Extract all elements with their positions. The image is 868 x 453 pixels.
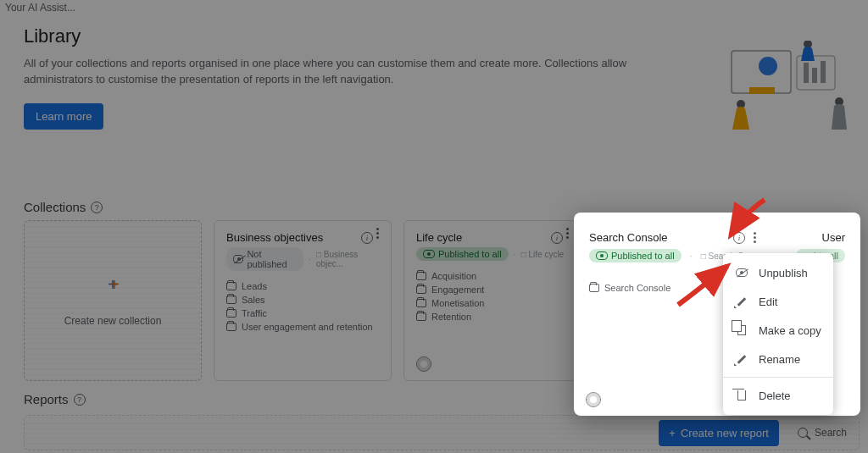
card-tag: □ Business objec... (316, 250, 379, 268)
user-column-label: User (822, 231, 845, 244)
menu-item-rename[interactable]: Rename (723, 345, 833, 373)
collection-card-business-objectives[interactable]: Business objectives i Not published · □ … (214, 220, 392, 381)
plus-icon: + (108, 275, 118, 295)
svg-point-1 (759, 57, 777, 75)
plus-icon: + (669, 427, 676, 439)
folder-icon (589, 284, 599, 292)
folder-icon (416, 272, 426, 280)
search-placeholder: Search (815, 427, 847, 439)
create-new-report-button[interactable]: + Create new report (659, 420, 779, 446)
list-item[interactable]: Leads (226, 279, 379, 293)
reports-toolbar: + Create new report Search (24, 415, 860, 450)
reports-search[interactable]: Search (798, 427, 847, 439)
pencil-icon (735, 352, 748, 366)
menu-item-delete[interactable]: Delete (723, 381, 833, 410)
info-icon[interactable]: i (733, 232, 745, 244)
extension-name: Your AI Assist... (0, 0, 81, 15)
menu-item-make-copy[interactable]: Make a copy (723, 316, 833, 345)
menu-divider (723, 377, 833, 378)
svg-rect-3 (804, 63, 809, 83)
list-item[interactable]: Retention (416, 310, 569, 323)
status-chip-published: Published to all (589, 249, 682, 262)
more-icon[interactable] (376, 232, 379, 235)
menu-item-unpublish[interactable]: Unpublish (723, 258, 833, 287)
status-chip-not-published: Not published (226, 247, 303, 271)
collection-card-life-cycle[interactable]: Life cycle i Published to all · □ Life c… (403, 220, 581, 381)
pencil-icon (735, 295, 748, 308)
folder-icon (226, 323, 236, 331)
svg-rect-6 (749, 87, 775, 94)
info-icon[interactable]: i (551, 232, 563, 244)
banner-illustration (727, 41, 854, 134)
create-new-collection-card[interactable]: + Create new collection (24, 220, 202, 381)
info-icon[interactable]: i (361, 232, 373, 244)
reports-heading: Reports ? (24, 392, 86, 406)
card-title: Business objectives (226, 231, 323, 244)
folder-icon (416, 285, 426, 294)
eye-icon (596, 251, 608, 260)
help-icon[interactable]: ? (91, 202, 103, 213)
folder-icon (226, 309, 236, 318)
svg-rect-4 (812, 68, 817, 83)
eye-off-icon (233, 255, 243, 263)
list-item[interactable]: User engagement and retention (226, 320, 379, 334)
eye-off-icon (735, 266, 748, 279)
collections-heading: Collections ? (24, 200, 103, 214)
more-icon[interactable] (754, 236, 756, 239)
card-tag: □ Life cycle (521, 250, 565, 259)
card-title: Search Console (589, 231, 668, 244)
menu-item-edit[interactable]: Edit (723, 287, 833, 316)
copy-icon (735, 323, 748, 337)
status-chip-published: Published to all (416, 247, 509, 261)
list-item[interactable]: Monetisation (416, 296, 569, 310)
learn-more-button[interactable]: Learn more (24, 103, 103, 130)
list-item[interactable]: Acquisition (416, 269, 569, 283)
list-item[interactable]: Sales (226, 293, 379, 307)
card-title: Life cycle (416, 231, 462, 244)
list-item[interactable]: Engagement (416, 283, 569, 296)
search-icon (798, 428, 808, 438)
help-icon[interactable]: ? (74, 394, 86, 406)
folder-icon (226, 296, 236, 304)
folder-icon (416, 312, 426, 321)
list-item[interactable]: Traffic (226, 307, 379, 320)
globe-icon (586, 392, 601, 407)
more-icon[interactable] (566, 232, 569, 235)
card-overflow-menu: Unpublish Edit Make a copy Rename Delete (723, 253, 833, 415)
globe-icon (416, 356, 431, 372)
trash-icon (735, 389, 748, 402)
page-description: All of your collections and reports orga… (24, 56, 634, 88)
folder-icon (416, 299, 426, 307)
folder-icon (226, 282, 236, 290)
svg-rect-5 (821, 61, 826, 83)
create-collection-label: Create new collection (64, 315, 162, 327)
eye-icon (423, 250, 435, 258)
